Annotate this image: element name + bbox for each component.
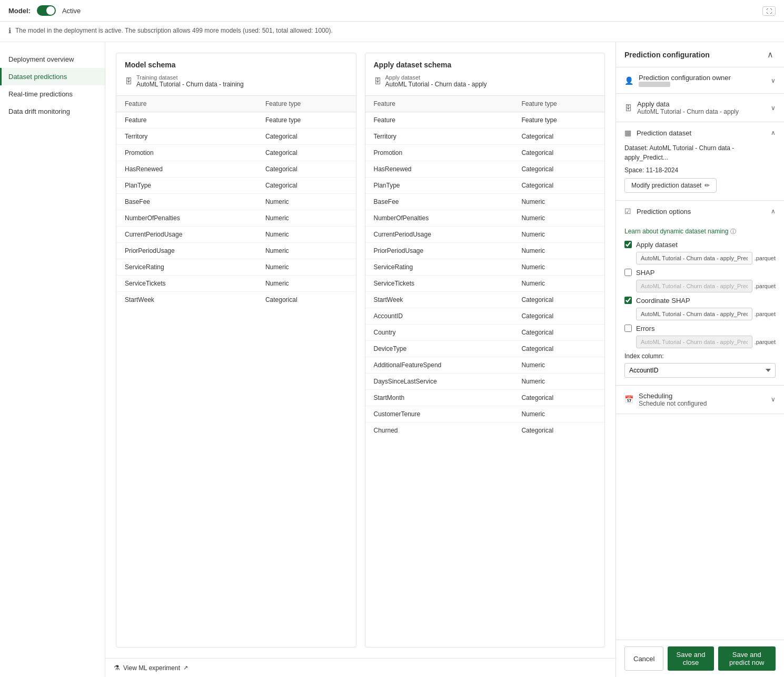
apply-dataset-checkbox[interactable] xyxy=(624,241,632,248)
apply-schema-header: Apply dataset schema 🗄 Apply dataset Aut… xyxy=(365,53,605,96)
apply-dataset-input[interactable] xyxy=(636,252,752,264)
model-status-bar: Model: Active xyxy=(0,0,784,22)
owner-avatar xyxy=(639,82,670,87)
table-row: PromotionCategorical xyxy=(116,145,356,161)
modify-prediction-dataset-button[interactable]: Modify prediction dataset ✏ xyxy=(624,178,717,193)
table-row: StartWeekCategorical xyxy=(365,292,605,308)
prediction-dataset-title: Prediction dataset xyxy=(637,129,691,137)
coordinate-shap-checkbox[interactable] xyxy=(624,297,632,304)
feature-cell: ServiceTickets xyxy=(365,276,513,292)
table-row: PriorPeriodUsageNumeric xyxy=(116,243,356,259)
table-row: PlanTypeCategorical xyxy=(365,178,605,194)
type-cell: Categorical xyxy=(513,178,604,194)
scheduling-header[interactable]: 📅 Scheduling Schedule not configured ∨ xyxy=(616,386,784,414)
table-row: TerritoryCategorical xyxy=(365,129,605,145)
prediction-dataset-header[interactable]: ▦ Prediction dataset ∧ xyxy=(616,122,784,143)
feature-cell: DaysSinceLastService xyxy=(365,374,513,390)
table-row: ServiceTicketsNumeric xyxy=(116,276,356,292)
table-row: DeviceTypeCategorical xyxy=(365,341,605,357)
panel-collapse-button[interactable]: ∧ xyxy=(765,50,776,60)
apply-schema-type-header: Feature type xyxy=(513,96,604,112)
sidebar-item-dataset-predictions[interactable]: Dataset predictions xyxy=(0,68,105,85)
feature-cell: Territory xyxy=(116,129,257,145)
coordinate-shap-option: Coordinate SHAP .parquet xyxy=(624,297,776,320)
schemas-container: Model schema 🗄 Training dataset AutoML T… xyxy=(105,42,616,658)
window-expand-button[interactable]: ⛶ xyxy=(762,6,776,16)
table-row: AdditionalFeatureSpendNumeric xyxy=(365,357,605,374)
type-cell: Numeric xyxy=(513,194,604,210)
dynamic-naming-link[interactable]: Learn about dynamic dataset naming ⓘ xyxy=(624,228,736,236)
dynamic-link-label: Learn about dynamic dataset naming xyxy=(624,228,728,235)
pred-space-text: Space: 11-18-2024 xyxy=(624,165,776,175)
dynamic-info-icon: ⓘ xyxy=(730,228,736,236)
coordinate-shap-ext: .parquet xyxy=(755,311,776,317)
table-row: TerritoryCategorical xyxy=(116,129,356,145)
type-cell: Categorical xyxy=(513,308,604,325)
owner-section-title: Prediction configuration owner xyxy=(639,74,731,82)
feature-cell: ServiceRating xyxy=(116,259,257,276)
feature-cell: Feature xyxy=(365,112,513,129)
shap-ext: .parquet xyxy=(755,283,776,289)
feature-cell: StartWeek xyxy=(365,292,513,308)
errors-checkbox[interactable] xyxy=(624,325,632,332)
shap-checkbox[interactable] xyxy=(624,269,632,276)
apply-database-icon: 🗄 xyxy=(374,77,381,85)
sidebar-item-deployment-overview[interactable]: Deployment overview xyxy=(0,51,105,68)
prediction-options-header[interactable]: ☑ Prediction options ∧ xyxy=(616,201,784,222)
owner-section-header[interactable]: 👤 Prediction configuration owner ∨ xyxy=(616,67,784,93)
external-link-icon: ↗ xyxy=(183,664,188,671)
person-icon: 👤 xyxy=(624,76,633,85)
prediction-dataset-body: Dataset: AutoML Tutorial - Churn data - … xyxy=(616,143,784,200)
table-row: AccountIDCategorical xyxy=(365,308,605,325)
apply-dataset-name: AutoML Tutorial - Churn data - apply xyxy=(385,81,487,88)
prediction-dataset-left: ▦ Prediction dataset xyxy=(624,129,691,137)
type-cell: Numeric xyxy=(513,210,604,227)
view-ml-label: View ML experiment xyxy=(123,664,180,672)
apply-schema-table: Feature Feature type FeatureFeature type… xyxy=(365,96,605,438)
prediction-options-left: ☑ Prediction options xyxy=(624,207,691,215)
model-schema-dataset-info: 🗄 Training dataset AutoML Tutorial - Chu… xyxy=(125,74,348,88)
table-row: CountryCategorical xyxy=(365,325,605,341)
errors-option-label: Errors xyxy=(636,325,654,332)
type-cell: Numeric xyxy=(257,210,356,227)
shap-option-label: SHAP xyxy=(636,269,654,277)
feature-cell: BaseFee xyxy=(116,194,257,210)
bottom-bar: ⚗ View ML experiment ↗ xyxy=(105,658,616,677)
type-cell: Numeric xyxy=(513,357,604,374)
table-row: NumberOfPenaltiesNumeric xyxy=(365,210,605,227)
feature-cell: StartMonth xyxy=(365,390,513,406)
training-dataset-name: AutoML Tutorial - Churn data - training xyxy=(136,81,244,88)
feature-cell: PlanType xyxy=(365,178,513,194)
table-row: HasRenewedCategorical xyxy=(365,161,605,178)
feature-cell: PriorPeriodUsage xyxy=(116,243,257,259)
apply-schema-panel: Apply dataset schema 🗄 Apply dataset Aut… xyxy=(365,53,606,647)
table-row: DaysSinceLastServiceNumeric xyxy=(365,374,605,390)
save-close-button[interactable]: Save and close xyxy=(668,646,713,671)
feature-cell: Territory xyxy=(365,129,513,145)
table-row: PromotionCategorical xyxy=(365,145,605,161)
sidebar: Deployment overview Dataset predictions … xyxy=(0,42,105,677)
panel-header: Prediction configuration ∧ xyxy=(616,42,784,67)
apply-data-header[interactable]: 🗄 Apply data AutoML Tutorial - Churn dat… xyxy=(616,94,784,122)
sidebar-item-data-drift-monitoring[interactable]: Data drift monitoring xyxy=(0,103,105,120)
model-status-text: Active xyxy=(62,7,81,15)
cancel-button[interactable]: Cancel xyxy=(624,646,663,671)
table-row: FeatureFeature type xyxy=(365,112,605,129)
shap-option: SHAP .parquet xyxy=(624,269,776,292)
index-column-select[interactable]: AccountID None xyxy=(624,363,776,378)
sidebar-item-realtime-predictions[interactable]: Real-time predictions xyxy=(0,85,105,103)
prediction-options-section: ☑ Prediction options ∧ Learn about dynam… xyxy=(616,201,784,386)
feature-cell: ServiceTickets xyxy=(116,276,257,292)
feature-cell: CustomerTenure xyxy=(365,406,513,423)
index-column-label: Index column: xyxy=(624,352,776,360)
coordinate-shap-input[interactable] xyxy=(636,308,752,320)
flask-icon: ⚗ xyxy=(114,664,120,672)
table-row: CurrentPeriodUsageNumeric xyxy=(116,227,356,243)
model-schema-title: Model schema xyxy=(125,61,348,69)
view-ml-experiment-link[interactable]: View ML experiment ↗ xyxy=(123,664,188,672)
apply-data-left: 🗄 Apply data AutoML Tutorial - Churn dat… xyxy=(624,100,739,115)
scheduling-left: 📅 Scheduling Schedule not configured xyxy=(624,392,707,407)
save-predict-button[interactable]: Save and predict now xyxy=(718,646,776,671)
model-active-toggle[interactable] xyxy=(37,5,56,16)
info-message: The model in the deployment is active. T… xyxy=(15,26,333,35)
